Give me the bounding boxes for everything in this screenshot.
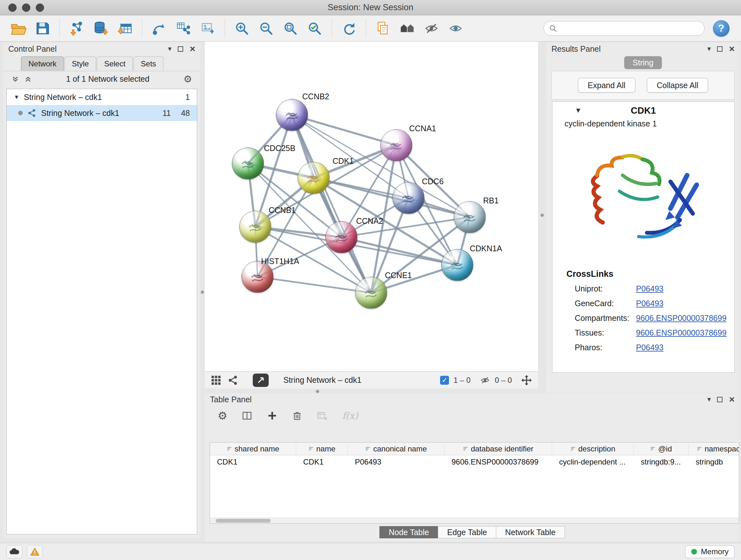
- maximize-panel-icon[interactable]: [717, 397, 723, 402]
- splitter-handle[interactable]: [201, 291, 204, 294]
- table-panel-header: Table Panel ▾ ×: [205, 393, 740, 406]
- control-tab-network[interactable]: Network: [21, 57, 64, 71]
- export-image-button[interactable]: [197, 17, 219, 39]
- network-node-CDK1[interactable]: [298, 162, 330, 194]
- warning-button[interactable]: [27, 545, 43, 558]
- close-panel-icon[interactable]: ×: [729, 44, 735, 54]
- tab-edge-table[interactable]: Edge Table: [438, 526, 496, 538]
- crosslink-link[interactable]: 9606.ENSP00000378699: [636, 314, 727, 323]
- import-network-database-button[interactable]: [90, 17, 112, 39]
- splitter-handle[interactable]: [316, 390, 319, 393]
- table-row[interactable]: CDK1CDK1P064939606.ENSP00000378699cyclin…: [210, 455, 739, 469]
- show-panel-button[interactable]: [445, 17, 467, 39]
- crosslink-link[interactable]: 9606.ENSP00000378699: [636, 328, 727, 337]
- import-table-button[interactable]: [114, 17, 136, 39]
- grid-view-icon[interactable]: [211, 375, 221, 386]
- control-tab-style[interactable]: Style: [64, 57, 96, 71]
- network-node-RB1[interactable]: [454, 201, 486, 233]
- node-table[interactable]: shared namenamecanonical namedatabase id…: [210, 442, 739, 523]
- zoom-window-button[interactable]: [36, 3, 44, 12]
- delete-column-icon[interactable]: [292, 410, 302, 421]
- birds-eye-view-button[interactable]: [253, 374, 269, 387]
- network-node-CDKN1A[interactable]: [441, 249, 473, 281]
- maximize-panel-icon[interactable]: [717, 46, 723, 52]
- network-node-CDC6[interactable]: [393, 182, 424, 214]
- search-field[interactable]: [543, 21, 704, 36]
- open-session-button[interactable]: [7, 17, 29, 39]
- zoom-in-button[interactable]: [231, 17, 253, 39]
- string-home-button[interactable]: [396, 17, 418, 39]
- control-tab-sets[interactable]: Sets: [133, 57, 163, 71]
- table-settings-icon[interactable]: ⚙: [218, 410, 227, 421]
- network-canvas[interactable]: CCNB2CCNA1CDC25BCDK1CDC6RB1CCNB1CCNA2CDK…: [205, 42, 538, 371]
- hidden-eye-slash-icon[interactable]: [480, 375, 490, 386]
- float-panel-icon[interactable]: ▾: [168, 45, 172, 52]
- column-header-canonical-name[interactable]: canonical name: [348, 442, 445, 455]
- gear-icon[interactable]: ⚙: [184, 74, 192, 84]
- minimize-window-button[interactable]: [22, 3, 30, 12]
- expand-all-icon[interactable]: [24, 75, 32, 83]
- network-node-CCNA1[interactable]: [381, 129, 412, 161]
- export-table-button[interactable]: [172, 17, 195, 39]
- network-node-CCNA2[interactable]: [326, 221, 357, 253]
- chevron-down-icon[interactable]: ▼: [575, 106, 582, 115]
- refresh-button[interactable]: [338, 17, 360, 39]
- crosslink-link[interactable]: P06493: [636, 284, 664, 294]
- search-input[interactable]: [561, 24, 699, 33]
- hide-panel-button[interactable]: [420, 17, 443, 39]
- string-results-tab[interactable]: String: [624, 56, 662, 69]
- collapse-all-button[interactable]: Collapse All: [647, 78, 709, 92]
- network-node-CCNE1[interactable]: [355, 277, 387, 309]
- column-header-shared-name[interactable]: shared name: [210, 442, 296, 455]
- add-column-icon[interactable]: [267, 410, 278, 421]
- memory-button[interactable]: Memory: [685, 545, 735, 558]
- zoom-selected-button[interactable]: [304, 17, 326, 39]
- chevron-down-icon[interactable]: ▼: [14, 94, 19, 101]
- maximize-panel-icon[interactable]: [178, 46, 183, 52]
- close-panel-icon[interactable]: ×: [729, 395, 735, 404]
- network-node-CCNB1[interactable]: [239, 211, 271, 243]
- table-panel: Table Panel ▾ × ⚙: [205, 393, 740, 541]
- column-header-name[interactable]: name: [296, 442, 348, 455]
- close-panel-icon[interactable]: ×: [190, 44, 195, 54]
- clipboard-button[interactable]: [372, 17, 394, 39]
- control-tab-select[interactable]: Select: [97, 57, 133, 71]
- network-row[interactable]: String Network – cdk1 11 48: [7, 105, 197, 121]
- table-cell: CDK1: [210, 457, 296, 466]
- function-builder-icon-disabled: f(x): [342, 410, 358, 421]
- toolbar-separator: [225, 19, 225, 37]
- horizontal-scrollbar[interactable]: [210, 517, 739, 523]
- close-window-button[interactable]: [8, 3, 17, 12]
- save-session-button[interactable]: [31, 17, 54, 39]
- network-node-CCNB2[interactable]: [276, 99, 308, 131]
- crosslink-link[interactable]: P06493: [636, 343, 664, 352]
- control-panel-header: Control Panel ▾ ×: [3, 43, 200, 55]
- splitter-handle[interactable]: [541, 213, 544, 217]
- float-panel-icon[interactable]: ▾: [707, 45, 711, 52]
- columns-icon[interactable]: [241, 410, 253, 422]
- zoom-fit-button[interactable]: [279, 17, 301, 39]
- column-header-namespace[interactable]: namespace: [689, 442, 739, 455]
- protein-card-header[interactable]: ▼ CDK1: [552, 102, 734, 119]
- tab-node-table[interactable]: Node Table: [380, 526, 438, 538]
- column-header-database-identifier[interactable]: database identifier: [445, 442, 552, 455]
- column-header-description[interactable]: description: [552, 442, 634, 455]
- crosslink-link[interactable]: P06493: [636, 299, 664, 308]
- share-view-icon[interactable]: [228, 375, 238, 385]
- export-network-button[interactable]: [148, 17, 171, 39]
- network-collection-row[interactable]: ▼ String Network – cdk1 1: [7, 89, 197, 105]
- crosslink-label: GeneCard:: [575, 299, 636, 308]
- move-tool-icon[interactable]: [521, 374, 532, 386]
- help-button[interactable]: ?: [713, 20, 730, 37]
- scrollbar-thumb[interactable]: [216, 519, 271, 523]
- expand-all-button[interactable]: Expand All: [578, 78, 635, 92]
- zoom-out-button[interactable]: [255, 17, 277, 39]
- selected-checkbox-icon[interactable]: ✓: [440, 376, 449, 385]
- tab-network-table[interactable]: Network Table: [496, 526, 565, 538]
- column-header--id[interactable]: @id: [634, 442, 689, 455]
- cloud-button[interactable]: [6, 545, 22, 558]
- import-network-file-button[interactable]: [65, 17, 88, 39]
- float-panel-icon[interactable]: ▾: [707, 396, 711, 403]
- collapse-all-icon[interactable]: [11, 75, 19, 83]
- network-node-CDC25B[interactable]: [232, 147, 264, 179]
